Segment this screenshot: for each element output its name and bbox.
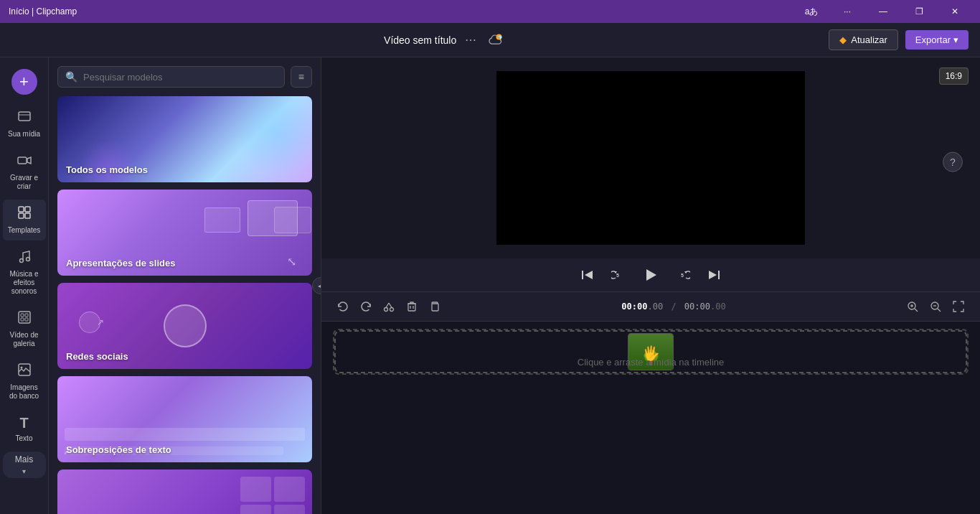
titlebar-controls: aあ ··· — ❐ ✕: [795, 0, 971, 23]
svg-rect-15: [21, 318, 24, 321]
card-label-social: Redes sociais: [66, 351, 128, 362]
zoom-in-button[interactable]: [903, 296, 923, 317]
timeline-placeholder: Clique e arraste a mídia na timeline: [578, 357, 725, 368]
more-btn[interactable]: ···: [831, 0, 864, 23]
svg-rect-8: [19, 213, 24, 218]
cloud-btn[interactable]: 💎: [485, 30, 505, 50]
redo-button[interactable]: [356, 296, 376, 317]
chevron-down-icon: ▾: [953, 34, 958, 45]
templates-panel: 🔍 ≡ Todos os modelos: [49, 57, 321, 514]
icon-sidebar: + Sua mídia Gravar e criar Templates: [0, 57, 49, 514]
svg-text:💎: 💎: [498, 35, 503, 40]
svg-point-18: [20, 367, 22, 369]
svg-line-30: [386, 303, 389, 308]
svg-rect-4: [18, 157, 27, 164]
template-card-slides[interactable]: ⤡ Apresentações de slides: [57, 190, 312, 276]
search-input-wrap[interactable]: 🔍: [57, 66, 285, 88]
close-btn[interactable]: ✕: [938, 0, 971, 23]
card-label-all: Todos os modelos: [66, 164, 148, 175]
play-button[interactable]: [640, 264, 661, 286]
sidebar-item-media[interactable]: Sua mídia: [3, 103, 46, 144]
svg-rect-2: [19, 112, 30, 121]
svg-marker-27: [709, 271, 717, 279]
skip-forward-button[interactable]: [705, 265, 725, 285]
svg-marker-23: [646, 269, 656, 281]
video-canvas: [496, 71, 805, 245]
sidebar-item-stock[interactable]: Imagens do banco: [3, 357, 46, 406]
gallery-icon: [17, 310, 32, 328]
sidebar-label-text: Texto: [16, 434, 33, 443]
svg-rect-12: [19, 312, 30, 323]
template-card-social[interactable]: ↗ Redes sociais: [57, 283, 312, 369]
playback-controls: 5 5: [321, 258, 980, 291]
zoom-out-button[interactable]: [925, 296, 946, 317]
svg-marker-5: [27, 157, 31, 164]
sidebar-item-text[interactable]: T Texto: [3, 409, 46, 449]
add-new-button[interactable]: +: [11, 69, 37, 95]
font-btn[interactable]: aあ: [795, 0, 828, 23]
card-thumbnail-layouts: ↗: [57, 469, 312, 514]
minimize-btn[interactable]: —: [867, 0, 900, 23]
svg-rect-13: [21, 314, 24, 317]
help-icon: ?: [950, 156, 956, 168]
help-button[interactable]: ?: [943, 152, 963, 172]
timeline-area: 🌳 🖐 Clique e arraste a mídia na timeline: [321, 322, 980, 514]
sidebar-item-record[interactable]: Gravar e criar: [3, 147, 46, 197]
svg-rect-9: [25, 213, 30, 218]
card-label-overlay: Sobreposições de texto: [66, 444, 171, 455]
svg-rect-6: [19, 207, 24, 212]
titlebar-left: Início | Clipchamp: [9, 6, 77, 17]
media-icon: [17, 109, 32, 127]
undo-button[interactable]: [333, 296, 353, 317]
stock-icon: [17, 363, 32, 380]
plus-icon: +: [19, 73, 29, 91]
delete-button[interactable]: [402, 296, 422, 317]
music-icon: [17, 249, 32, 267]
svg-point-29: [390, 308, 394, 312]
sidebar-item-music[interactable]: Música e efeitos sonoros: [3, 243, 46, 302]
collapse-panel-btn[interactable]: ◀: [312, 277, 321, 294]
header-bar: Vídeo sem título ⋯ 💎 ◆ Atualizar Exporta…: [0, 23, 980, 57]
sidebar-label-media: Sua mídia: [8, 130, 40, 139]
titlebar: Início | Clipchamp aあ ··· — ❐ ✕: [0, 0, 980, 23]
svg-point-11: [26, 258, 29, 261]
svg-line-31: [389, 303, 392, 308]
export-button[interactable]: Exportar ▾: [905, 30, 969, 50]
sidebar-label-gallery: Vídeo de galeria: [6, 331, 43, 348]
svg-rect-16: [25, 318, 28, 321]
filter-button[interactable]: ≡: [291, 66, 312, 88]
preview-area: 16:9 ? 5 5: [321, 57, 980, 514]
maximize-btn[interactable]: ❐: [903, 0, 936, 23]
video-preview: 16:9 ?: [321, 57, 980, 258]
svg-text:5: 5: [681, 273, 684, 278]
fit-button[interactable]: [948, 296, 969, 317]
video-more-btn[interactable]: ⋯: [462, 30, 479, 50]
diamond-icon: ◆: [839, 34, 847, 45]
timeline-track[interactable]: 🌳 🖐 Clique e arraste a mídia na timeline: [333, 329, 969, 375]
rewind-button[interactable]: 5: [608, 265, 628, 285]
sidebar-label-templates: Templates: [8, 226, 41, 235]
svg-point-10: [19, 259, 23, 263]
skip-back-button[interactable]: [577, 265, 597, 285]
app-title: Início | Clipchamp: [9, 6, 77, 17]
sidebar-item-more[interactable]: Mais ▾: [3, 452, 46, 478]
search-input[interactable]: [83, 72, 277, 83]
sidebar-label-stock: Imagens do banco: [6, 383, 43, 401]
update-button[interactable]: ◆ Atualizar: [829, 29, 898, 50]
cut-button[interactable]: [379, 296, 399, 317]
sidebar-item-gallery[interactable]: Vídeo de galeria: [3, 304, 46, 354]
sidebar-label-record: Gravar e criar: [6, 174, 43, 191]
content-area: + Sua mídia Gravar e criar Templates: [0, 57, 980, 514]
forward-button[interactable]: 5: [673, 265, 693, 285]
aspect-ratio-badge: 16:9: [939, 69, 969, 82]
copy-button[interactable]: [425, 296, 445, 317]
template-card-overlay[interactable]: ↗ Sobreposições de texto: [57, 376, 312, 462]
template-card-layouts[interactable]: ↗ Layouts: [57, 469, 312, 514]
card-label-slides: Apresentações de slides: [66, 258, 175, 268]
svg-point-28: [385, 308, 388, 312]
sidebar-item-templates[interactable]: Templates: [3, 200, 46, 240]
svg-line-41: [938, 309, 941, 312]
template-card-all[interactable]: Todos os modelos: [57, 96, 312, 182]
svg-marker-20: [585, 271, 593, 279]
text-icon: T: [19, 415, 28, 431]
